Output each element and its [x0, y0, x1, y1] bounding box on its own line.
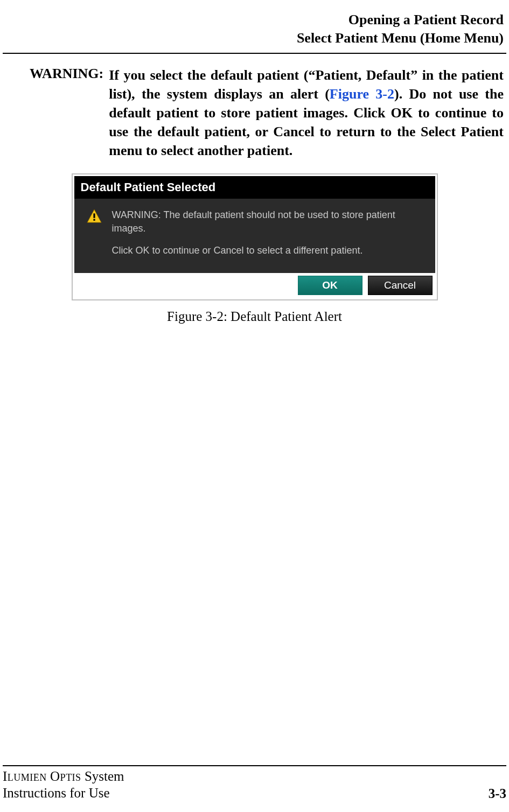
warning-label: WARNING:	[30, 66, 109, 82]
footer-optis: Optis	[50, 769, 81, 783]
dialog-line-2: Click OK to continue or Cancel to select…	[112, 244, 424, 257]
dialog-buttons: OK Cancel	[74, 273, 435, 298]
ok-button[interactable]: OK	[298, 276, 362, 295]
warning-body: If you select the default patient (“Pati…	[109, 66, 504, 160]
header-line-2: Select Patient Menu (Home Menu)	[5, 29, 504, 47]
cancel-button[interactable]: Cancel	[368, 276, 433, 295]
footer-ilumien: Ilumien	[3, 769, 47, 783]
warning-icon	[85, 208, 103, 227]
footer-system: System	[81, 769, 124, 783]
dialog-body: WARNING: The default patient should not …	[74, 199, 435, 273]
footer-rule	[3, 765, 506, 766]
dialog-title: Default Patient Selected	[74, 176, 435, 199]
header-line-1: Opening a Patient Record	[5, 11, 504, 29]
dialog-text: WARNING: The default patient should not …	[112, 208, 424, 258]
footer: Ilumien Optis System Instructions for Us…	[3, 768, 506, 802]
header-rule	[3, 53, 506, 54]
figure-wrap: Default Patient Selected WARNING: The de…	[3, 173, 506, 324]
footer-line-2: Instructions for Use	[3, 785, 124, 801]
dialog: Default Patient Selected WARNING: The de…	[72, 173, 438, 300]
page-number: 3-3	[489, 786, 506, 801]
dialog-inner: Default Patient Selected WARNING: The de…	[74, 176, 435, 273]
footer-line-1: Ilumien Optis System	[3, 768, 124, 785]
figure-caption: Figure 3-2: Default Patient Alert	[167, 309, 342, 324]
figure-link[interactable]: Figure 3-2	[330, 86, 394, 102]
warning-block: WARNING: If you select the default patie…	[3, 66, 506, 160]
svg-rect-1	[93, 213, 95, 218]
svg-rect-2	[93, 219, 95, 221]
footer-left: Ilumien Optis System Instructions for Us…	[3, 768, 124, 802]
dialog-line-1: WARNING: The default patient should not …	[112, 208, 424, 235]
page-header: Opening a Patient Record Select Patient …	[3, 11, 506, 47]
